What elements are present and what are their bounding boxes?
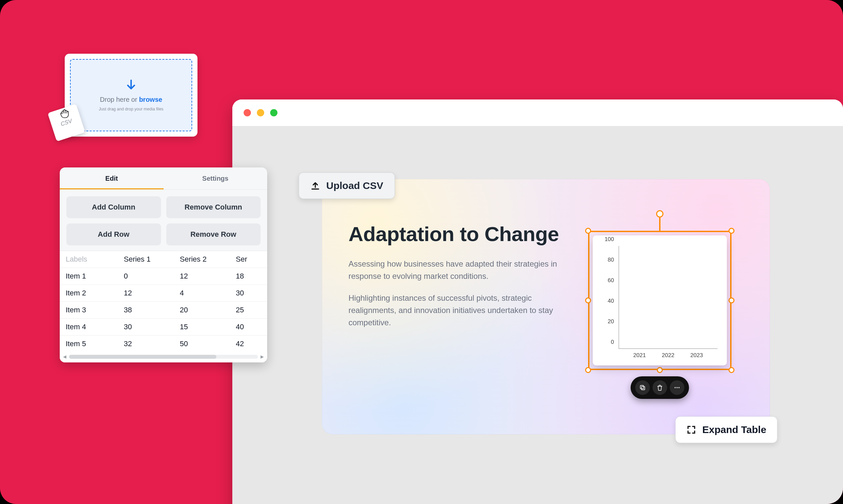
horizontal-scrollbar[interactable]: ◀ ▶ [60,352,267,362]
window-zoom-icon[interactable] [270,109,277,116]
expand-icon [686,425,696,435]
y-tick-label: 80 [601,257,614,263]
table-cell[interactable]: 50 [174,336,230,353]
resize-handle-bl[interactable] [585,367,591,373]
table-row: Item 212430 [60,285,267,302]
arrow-down-icon [125,79,137,92]
chart-area: 020406080100 202120222023 [601,244,719,361]
rotate-stem [659,216,660,231]
remove-row-button[interactable]: Remove Row [166,223,261,245]
y-tick-label: 20 [601,318,614,325]
chart-selection[interactable]: 020406080100 202120222023 [588,231,732,370]
scroll-left-icon[interactable]: ◀ [63,354,66,359]
table-cell[interactable]: 25 [230,302,268,319]
table-cell[interactable]: 4 [174,285,230,302]
browse-link[interactable]: browse [139,96,162,103]
svg-rect-0 [641,386,645,390]
chart-x-axis: 202120222023 [619,350,718,361]
expand-table-button[interactable]: Expand Table [675,416,777,443]
y-tick-label: 0 [601,339,614,345]
more-button[interactable] [670,380,684,395]
table-cell[interactable]: 20 [174,302,230,319]
dropzone-text: Drop here or browse [100,96,162,104]
tab-settings[interactable]: Settings [164,167,268,189]
data-table-wrap: LabelsSeries 1Series 2Ser Item 101218Ite… [60,251,267,362]
delete-button[interactable] [653,380,667,395]
expand-table-label: Expand Table [702,424,766,435]
slide-paragraph: Highlighting instances of successful piv… [348,292,568,329]
table-row: Item 3382025 [60,302,267,319]
table-header[interactable]: Labels [60,251,118,268]
upload-csv-label: Upload CSV [326,180,383,191]
add-row-button[interactable]: Add Row [66,223,161,245]
svg-point-2 [675,387,676,388]
stage: Drop here or browse Just drag and drop y… [0,0,843,504]
table-cell[interactable]: Item 3 [60,302,118,319]
table-cell[interactable]: 30 [230,285,268,302]
x-tick-label: 2021 [627,352,652,361]
chart-plot [619,246,718,349]
y-tick-label: 60 [601,277,614,284]
browser-titlebar [232,100,843,126]
window-minimize-icon[interactable] [257,109,264,116]
chart-card: 020406080100 202120222023 [593,235,727,365]
x-tick-label: 2022 [656,352,681,361]
data-edit-panel: Edit Settings Add Column Remove Column A… [60,167,267,362]
resize-handle-ml[interactable] [585,298,591,303]
table-row: Item 4301540 [60,319,267,336]
upload-icon [310,181,320,191]
chart-toolbar [631,376,689,399]
resize-handle-tl[interactable] [585,228,591,234]
table-header[interactable]: Series 2 [174,251,230,268]
table-cell[interactable]: 30 [118,319,174,336]
y-tick-label: 100 [601,236,614,243]
resize-handle-tr[interactable] [728,228,735,234]
table-row: Item 5325042 [60,336,267,353]
slide-title: Adaptation to Change [348,222,561,246]
rotate-handle[interactable] [656,210,664,217]
resize-handle-mb[interactable] [657,367,663,373]
chart-bars [619,246,718,348]
x-tick-label: 2023 [684,352,709,361]
scroll-track[interactable] [69,355,258,359]
data-table: LabelsSeries 1Series 2Ser Item 101218Ite… [60,251,267,352]
table-cell[interactable]: 0 [118,268,174,285]
table-row: Item 101218 [60,268,267,285]
table-cell[interactable]: 42 [230,336,268,353]
upload-csv-button[interactable]: Upload CSV [299,173,395,199]
table-cell[interactable]: Item 4 [60,319,118,336]
duplicate-button[interactable] [635,380,650,395]
svg-point-3 [676,387,677,388]
y-tick-label: 40 [601,298,614,304]
table-cell[interactable]: 40 [230,319,268,336]
svg-point-4 [678,387,679,388]
table-cell[interactable]: 38 [118,302,174,319]
window-close-icon[interactable] [244,109,251,116]
svg-rect-1 [640,385,643,389]
table-cell[interactable]: 12 [174,268,230,285]
dropzone-hint: Just drag and drop your media files [99,107,163,111]
table-header[interactable]: Ser [230,251,268,268]
table-cell[interactable]: 12 [118,285,174,302]
table-cell[interactable]: Item 2 [60,285,118,302]
panel-tabs: Edit Settings [60,167,267,190]
resize-handle-mr[interactable] [728,298,735,303]
dropzone[interactable]: Drop here or browse Just drag and drop y… [70,59,192,131]
trash-icon [656,384,663,391]
table-cell[interactable]: Item 1 [60,268,118,285]
table-cell[interactable]: 15 [174,319,230,336]
more-icon [674,384,681,391]
table-header[interactable]: Series 1 [118,251,174,268]
dropzone-card: Drop here or browse Just drag and drop y… [65,54,197,137]
scroll-thumb[interactable] [69,355,217,359]
copy-icon [639,384,646,391]
add-column-button[interactable]: Add Column [66,196,161,218]
scroll-right-icon[interactable]: ▶ [260,354,264,359]
table-cell[interactable]: 18 [230,268,268,285]
tab-edit[interactable]: Edit [60,167,164,189]
grab-cursor-icon [58,107,71,120]
table-cell[interactable]: 32 [118,336,174,353]
resize-handle-br[interactable] [728,367,735,373]
remove-column-button[interactable]: Remove Column [166,196,261,218]
table-cell[interactable]: Item 5 [60,336,118,353]
